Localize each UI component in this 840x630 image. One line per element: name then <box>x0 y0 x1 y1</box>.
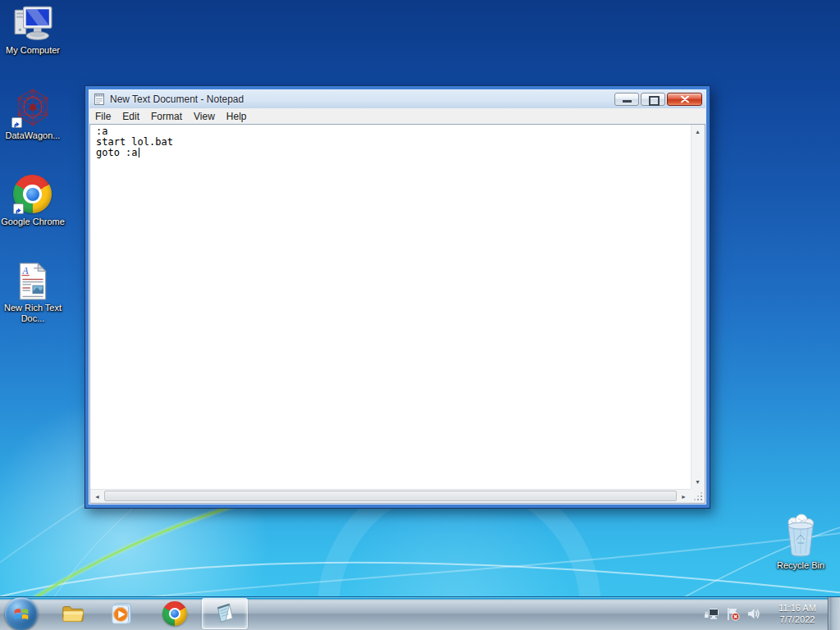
notepad-titlebar[interactable]: New Text Document - Notepad <box>93 90 595 108</box>
window-title: New Text Document - Notepad <box>110 94 244 105</box>
scroll-left-icon[interactable]: ◄ <box>90 490 104 504</box>
chrome-icon <box>162 601 187 626</box>
vertical-scrollbar[interactable]: ▲ ▼ <box>691 125 705 489</box>
horizontal-scrollbar[interactable]: ◄ ► <box>90 489 691 503</box>
scroll-down-icon[interactable]: ▼ <box>691 475 705 489</box>
text-line: start lol.bat <box>96 137 691 148</box>
action-center-flag-icon[interactable] <box>726 607 740 621</box>
taskbar: 11:16 AM 7/7/2022 <box>0 596 840 630</box>
network-icon[interactable] <box>704 607 719 621</box>
menu-help[interactable]: Help <box>221 109 253 124</box>
volume-icon[interactable] <box>746 607 761 621</box>
notepad-text-area[interactable]: :astart lol.batgoto :a <box>90 125 691 489</box>
show-desktop-button[interactable] <box>828 597 840 630</box>
start-button[interactable] <box>5 597 38 630</box>
taskbar-notepad-button-active[interactable] <box>202 598 248 629</box>
datawagon-label: DataWagon... <box>0 130 66 141</box>
notepad-menubar: File Edit Format View Help <box>89 108 705 124</box>
taskbar-explorer-button[interactable] <box>61 601 85 626</box>
close-icon <box>680 96 689 103</box>
windows-media-player-icon <box>110 601 135 626</box>
scroll-up-icon[interactable]: ▲ <box>691 125 705 139</box>
clock-time: 11:16 AM <box>778 602 816 614</box>
shortcut-arrow-icon <box>13 203 24 214</box>
notepad-client-area: :astart lol.batgoto :a ▲ ▼ ◄ ► <box>89 124 705 504</box>
recycle-bin-label: Recycle Bin <box>768 560 833 571</box>
my-computer-label: My Computer <box>0 45 66 56</box>
my-computer-icon <box>12 5 53 43</box>
windows-logo-icon <box>12 605 30 623</box>
desktop-icon-recycle-bin[interactable]: Recycle Bin <box>768 514 833 571</box>
svg-text:A: A <box>21 266 29 276</box>
menu-file[interactable]: File <box>89 109 116 124</box>
text-line: goto :a <box>96 148 691 158</box>
clock-date: 7/7/2022 <box>780 614 815 625</box>
desktop-icon-my-computer[interactable]: My Computer <box>0 5 66 56</box>
close-button[interactable] <box>667 93 702 106</box>
desktop-icon-rich-text-doc[interactable]: A New Rich Text Doc... <box>0 262 66 324</box>
desktop-icon-datawagon[interactable]: DataWagon... <box>0 87 66 141</box>
maximize-icon <box>649 96 660 106</box>
shortcut-arrow-icon <box>11 117 22 128</box>
rich-text-doc-label: New Rich Text Doc... <box>0 303 66 324</box>
notepad-window-icon <box>93 93 106 106</box>
recycle-bin-icon <box>782 514 819 558</box>
window-controls <box>614 93 702 106</box>
resize-grip-icon <box>691 489 705 503</box>
taskbar-clock[interactable]: 11:16 AM 7/7/2022 <box>768 597 827 630</box>
menu-view[interactable]: View <box>188 109 221 124</box>
text-line: :a <box>96 126 691 137</box>
rich-text-document-icon: A <box>17 262 48 300</box>
scroll-right-icon[interactable]: ► <box>677 490 691 504</box>
horizontal-scroll-thumb[interactable] <box>104 491 677 501</box>
desktop-icon-google-chrome[interactable]: Google Chrome <box>0 175 66 227</box>
minimize-button[interactable] <box>614 93 639 106</box>
notepad-icon <box>212 601 237 626</box>
text-caret <box>139 148 139 158</box>
menu-edit[interactable]: Edit <box>116 109 145 124</box>
menu-format[interactable]: Format <box>145 109 188 124</box>
google-chrome-label: Google Chrome <box>0 217 66 227</box>
taskbar-chrome-button[interactable] <box>162 601 187 626</box>
resize-grip[interactable] <box>691 489 705 503</box>
system-tray <box>704 597 761 630</box>
taskbar-media-player-button[interactable] <box>110 601 135 626</box>
minimize-icon <box>623 100 632 103</box>
windows-explorer-icon <box>61 601 85 626</box>
notepad-window: New Text Document - Notepad File Edit Fo… <box>84 85 710 509</box>
maximize-button[interactable] <box>641 93 665 106</box>
